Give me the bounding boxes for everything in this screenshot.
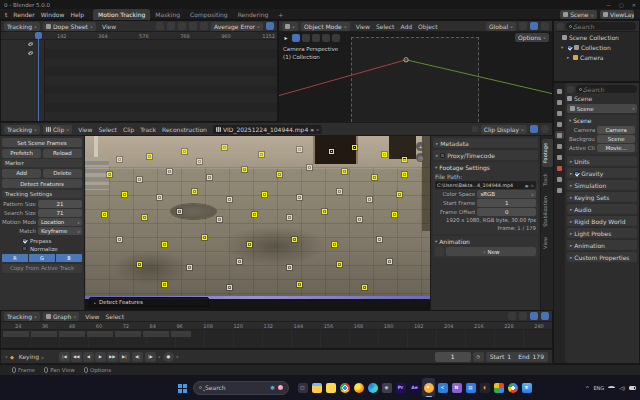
outliner-row-collection[interactable]: ▾Collection xyxy=(554,42,639,52)
scale-tool-icon[interactable] xyxy=(332,34,340,42)
menu-render[interactable]: Render xyxy=(10,11,37,18)
battery-icon[interactable] xyxy=(629,386,636,390)
marker-panel-header[interactable]: Marker xyxy=(2,159,82,167)
normalize-curves-icon[interactable] xyxy=(541,312,549,320)
tracking-marker[interactable] xyxy=(177,209,182,214)
clip-datablock-selector[interactable]: VID_20251224_104944.mp4 ▣ ✕ xyxy=(213,125,322,134)
physics-tab[interactable] xyxy=(555,164,564,172)
tracking-marker[interactable] xyxy=(297,147,302,152)
match-value[interactable]: Keyframe xyxy=(38,227,82,235)
playhead-line[interactable] xyxy=(38,32,39,121)
viewport-canvas[interactable]: ▸ Options∨ Camera Perspective (1) Collec… xyxy=(279,32,552,122)
footage-settings-header[interactable]: Footage Settings xyxy=(435,163,536,172)
tracking-marker[interactable] xyxy=(187,265,192,270)
tracking-marker[interactable] xyxy=(217,217,222,222)
taskbar-chrome-icon[interactable] xyxy=(338,378,351,397)
tracking-marker[interactable] xyxy=(122,192,127,197)
taskbar-apps-grid-icon[interactable] xyxy=(492,378,505,397)
rotate-tool-icon[interactable] xyxy=(322,34,330,42)
properties-filter-icon[interactable] xyxy=(567,86,574,93)
properties-search-input[interactable]: Search xyxy=(576,85,637,93)
taskbar-store-icon[interactable]: ▤ xyxy=(464,378,477,397)
panel-gravity[interactable]: Gravity xyxy=(567,168,637,178)
tracking-marker[interactable] xyxy=(157,195,162,200)
panel-audio[interactable]: Audio xyxy=(567,204,637,214)
sidebar-tab-footage[interactable]: Footage xyxy=(542,139,553,167)
step-forward-button[interactable]: |▶ xyxy=(145,352,156,362)
taskbar-blender-icon[interactable] xyxy=(422,378,435,397)
object-tab[interactable] xyxy=(555,153,564,161)
prepass-checkbox[interactable] xyxy=(22,238,27,243)
scene-panel-header[interactable]: Scene xyxy=(569,116,635,125)
jump-to-start-button[interactable]: |◀ xyxy=(59,352,70,362)
graph-editor-type-dropdown[interactable]: Tracking∨ xyxy=(4,312,40,321)
tracking-marker[interactable] xyxy=(397,192,402,197)
taskbar-camera-app-icon[interactable]: ◉ xyxy=(380,378,393,397)
panel-rigid-body-world[interactable]: Rigid Body World xyxy=(567,216,637,226)
tracking-marker[interactable] xyxy=(329,149,334,154)
move-tool-icon[interactable] xyxy=(312,34,320,42)
tracking-marker[interactable] xyxy=(392,212,397,217)
taskbar-vscode-icon[interactable]: < xyxy=(436,378,449,397)
camera-value[interactable]: Camera xyxy=(597,126,635,134)
dope-mode-dropdown[interactable]: Dope Sheet∨ xyxy=(43,22,96,31)
cursor-tool-icon[interactable] xyxy=(302,34,310,42)
play-reverse-button[interactable]: ◀ xyxy=(83,352,94,362)
sphere-display-icon[interactable] xyxy=(541,125,549,133)
chevron-down-icon[interactable]: ∨ xyxy=(158,355,161,359)
motion-model-value[interactable]: Location xyxy=(38,218,82,226)
active-clip-value[interactable]: Movie... xyxy=(597,144,635,152)
taskbar-books-app-icon[interactable]: ≡ xyxy=(520,378,533,397)
taskbar-crescent-app-icon[interactable]: ◖ xyxy=(478,378,491,397)
taskbar-edge-icon[interactable] xyxy=(366,378,379,397)
menu-help[interactable]: Help xyxy=(67,11,87,18)
taskbar-sticky-notes-icon[interactable] xyxy=(324,378,337,397)
tracking-marker[interactable] xyxy=(162,242,167,247)
taskbar-after-effects-icon[interactable]: Ae xyxy=(408,378,421,397)
footage-image[interactable] xyxy=(85,136,430,299)
tracking-marker[interactable] xyxy=(332,242,337,247)
tracking-marker[interactable] xyxy=(222,145,227,150)
record-button[interactable]: ● xyxy=(163,352,174,362)
operator-panel[interactable]: ▸ Detect Features xyxy=(89,297,209,307)
tracking-marker[interactable] xyxy=(292,237,297,242)
show-curves-icon[interactable] xyxy=(530,312,538,320)
tracking-marker[interactable] xyxy=(207,175,212,180)
taskbar-firefox-icon[interactable] xyxy=(352,378,365,397)
language-indicator[interactable]: ENG xyxy=(593,385,604,391)
viewport-menu-view[interactable]: View xyxy=(353,23,373,30)
frame-range[interactable]: Start 1 End 179 xyxy=(486,352,548,362)
proportional-edit-icon[interactable] xyxy=(530,22,538,30)
start-button[interactable] xyxy=(178,384,182,388)
tracking-marker[interactable] xyxy=(192,189,197,194)
ghost-icon[interactable] xyxy=(200,22,208,30)
delete-marker-button[interactable]: Delete xyxy=(43,169,82,178)
viewport-menu-object[interactable]: Object xyxy=(415,23,441,30)
filter-icon[interactable] xyxy=(266,22,274,30)
flag-icon[interactable] xyxy=(189,22,197,30)
browse-folder-icon[interactable]: ▣ xyxy=(525,183,529,187)
panel-animation[interactable]: Animation xyxy=(567,240,637,250)
sidebar-tab-track[interactable]: Track xyxy=(542,169,553,190)
pattern-size-value[interactable]: 21 xyxy=(38,200,82,208)
panel-light-probes[interactable]: Light Probes xyxy=(567,228,637,238)
tool-tab[interactable] xyxy=(555,87,564,95)
workspace-tab-motion-tracking[interactable]: Motion Tracking xyxy=(93,9,150,20)
close-button[interactable]: ✕ xyxy=(632,2,636,8)
scene-id-selector[interactable]: Scene xyxy=(567,104,637,113)
tracking-marker[interactable] xyxy=(147,154,152,159)
expand-arrow-icon[interactable]: ▸ xyxy=(567,55,571,60)
collection-checkbox[interactable] xyxy=(567,45,572,50)
unlink-icon[interactable]: ✕ xyxy=(316,127,319,131)
tracking-marker[interactable] xyxy=(277,172,282,177)
pan-gizmo-icon[interactable]: ◎ xyxy=(416,153,425,162)
tracking-marker[interactable] xyxy=(117,157,122,162)
panel-custom-properties[interactable]: Custom Properties xyxy=(567,252,637,262)
graph-canvas[interactable] xyxy=(1,330,552,348)
tracking-marker[interactable] xyxy=(372,175,377,180)
transform-orientation-dropdown[interactable]: Global∨ xyxy=(486,22,516,31)
tracking-marker[interactable] xyxy=(202,235,207,240)
gravity-checkbox[interactable] xyxy=(574,171,579,176)
tracking-marker[interactable] xyxy=(287,215,292,220)
clip-mode-dropdown[interactable]: Clip∨ xyxy=(43,125,72,134)
